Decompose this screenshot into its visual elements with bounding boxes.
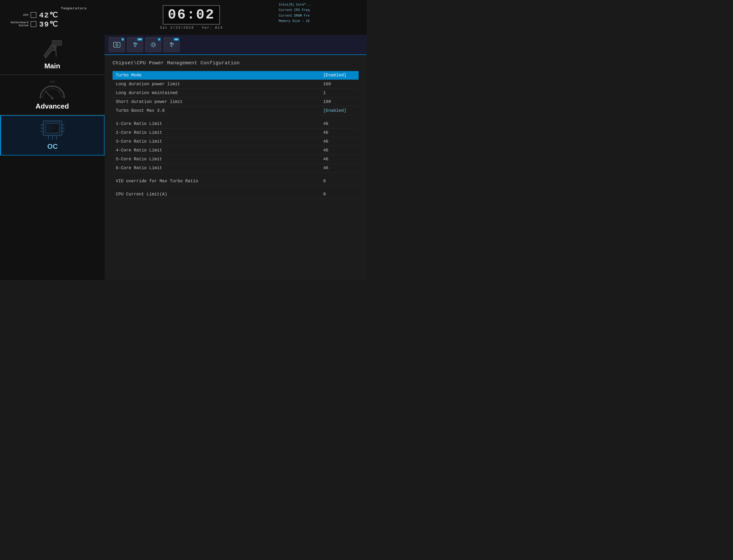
setting-value-13: 0 (323, 179, 356, 184)
sidebar-item-main[interactable]: Main (0, 35, 105, 75)
setting-name-8: 3-Core Ratio Limit (116, 139, 323, 144)
advanced-label: Advanced (36, 102, 69, 110)
settings-row-3: Short duration power limit190 (113, 98, 359, 106)
setting-name-4: Turbo Boost Max 3.0 (116, 108, 323, 113)
setting-value-4: [Enabled] (323, 108, 356, 113)
setting-name-1: Long duration power limit (116, 82, 323, 87)
info-line-1: Intel(R) Core™... (279, 2, 364, 8)
setting-value-11: 46 (323, 166, 356, 170)
svg-point-12 (51, 97, 54, 99)
cpu-temp-box (31, 12, 36, 18)
setting-value-3: 190 (323, 99, 356, 104)
icon-nav-bar: U USB U USB (105, 35, 366, 55)
settings-row-13: VID override for Max Turbo Ratio0 (113, 177, 359, 186)
temperature-panel: Temperature CPU 42℃ Motherboard System 3… (0, 0, 107, 35)
setting-name-2: Long duration maintained (116, 91, 323, 95)
settings-row-8: 3-Core Ratio Limit46 (113, 137, 359, 146)
setting-value-0: [Enabled] (323, 73, 356, 78)
settings-row-6: 1-Core Ratio Limit46 (113, 120, 359, 128)
nav-icon-usb1[interactable]: USB (127, 37, 143, 52)
main-label: Main (44, 62, 60, 70)
system-info-panel: Intel(R) Core™... Current CPU Freq Curre… (276, 0, 366, 35)
setting-value-8: 46 (323, 139, 356, 144)
nav-icon-hdd[interactable]: U (109, 37, 125, 52)
clock-display: 06:02 (163, 5, 220, 25)
top-bar: Temperature CPU 42℃ Motherboard System 3… (0, 0, 366, 35)
sidebar: Main Advanced (0, 35, 105, 280)
setting-value-9: 46 (323, 148, 356, 153)
info-line-2: Current CPU Freq (279, 8, 364, 13)
setting-value-15: 0 (323, 192, 356, 197)
mb-temp-value: 39℃ (39, 20, 58, 29)
settings-row-0[interactable]: Turbo Mode[Enabled] (113, 71, 359, 80)
settings-row-15: CPU Current Limit(A)0 (113, 190, 359, 199)
setting-name-13: VID override for Max Turbo Ratio (116, 179, 323, 184)
main-icon-area (0, 35, 105, 62)
info-line-4: Memory Size : 16 (279, 18, 364, 24)
settings-row-4: Turbo Boost Max 3.0[Enabled] (113, 106, 359, 115)
setting-value-6: 46 (323, 121, 356, 126)
settings-spacer-14 (113, 186, 359, 190)
settings-row-11: 6-Core Ratio Limit46 (113, 164, 359, 173)
setting-name-0: Turbo Mode (116, 73, 323, 78)
settings-list: Turbo Mode[Enabled]Long duration power l… (113, 71, 359, 199)
settings-row-1: Long duration power limit160 (113, 80, 359, 89)
breadcrumb: Chipset\CPU Power Management Configurati… (113, 60, 359, 66)
mb-label: Motherboard System (4, 21, 28, 27)
setting-value-10: 46 (323, 157, 356, 162)
settings-row-2: Long duration maintained1 (113, 89, 359, 98)
oc-icon-area (1, 114, 104, 142)
setting-name-10: 5-Core Ratio Limit (116, 157, 323, 162)
setting-value-2: 1 (323, 91, 356, 95)
cpu-label: CPU (4, 13, 28, 17)
setting-name-9: 4-Core Ratio Limit (116, 148, 323, 153)
svg-rect-13 (50, 81, 55, 83)
cpu-temp-value: 42℃ (39, 10, 58, 20)
settings-spacer-5 (113, 115, 359, 120)
advanced-icon-area (0, 75, 105, 102)
clock-panel: 06:02 Sat 2/23/2019 Ver. A14 (107, 0, 276, 35)
setting-name-6: 1-Core Ratio Limit (116, 121, 323, 126)
sidebar-item-advanced[interactable]: Advanced (0, 75, 105, 115)
setting-name-11: 6-Core Ratio Limit (116, 166, 323, 170)
nav-icon-settings[interactable]: U (145, 37, 161, 52)
svg-line-11 (46, 91, 52, 98)
svg-rect-5 (52, 40, 62, 45)
sidebar-item-oc[interactable]: OC (0, 115, 105, 155)
settings-spacer-12 (113, 173, 359, 177)
nav-icon-usb2[interactable]: USB (164, 37, 180, 52)
setting-name-7: 2-Core Ratio Limit (116, 130, 323, 135)
svg-point-2 (116, 44, 117, 45)
temperature-title: Temperature (4, 6, 103, 10)
setting-value-1: 160 (323, 82, 356, 87)
svg-point-3 (152, 43, 155, 46)
setting-name-3: Short duration power limit (116, 99, 323, 104)
svg-point-4 (151, 42, 156, 47)
mb-temp-box (31, 21, 36, 27)
mb-temp-row: Motherboard System 39℃ (4, 20, 103, 29)
settings-row-10: 5-Core Ratio Limit46 (113, 155, 359, 164)
date-version: Sat 2/23/2019 Ver. A14 (160, 26, 223, 30)
main-content: Chipset\CPU Power Management Configurati… (105, 55, 366, 280)
info-line-3: Current DRAM Fre (279, 13, 364, 18)
setting-name-15: CPU Current Limit(A) (116, 192, 323, 197)
setting-value-7: 46 (323, 130, 356, 135)
settings-row-9: 4-Core Ratio Limit46 (113, 146, 359, 155)
settings-row-7: 2-Core Ratio Limit46 (113, 128, 359, 137)
oc-label: OC (47, 142, 58, 151)
cpu-temp-row: CPU 42℃ (4, 10, 103, 20)
